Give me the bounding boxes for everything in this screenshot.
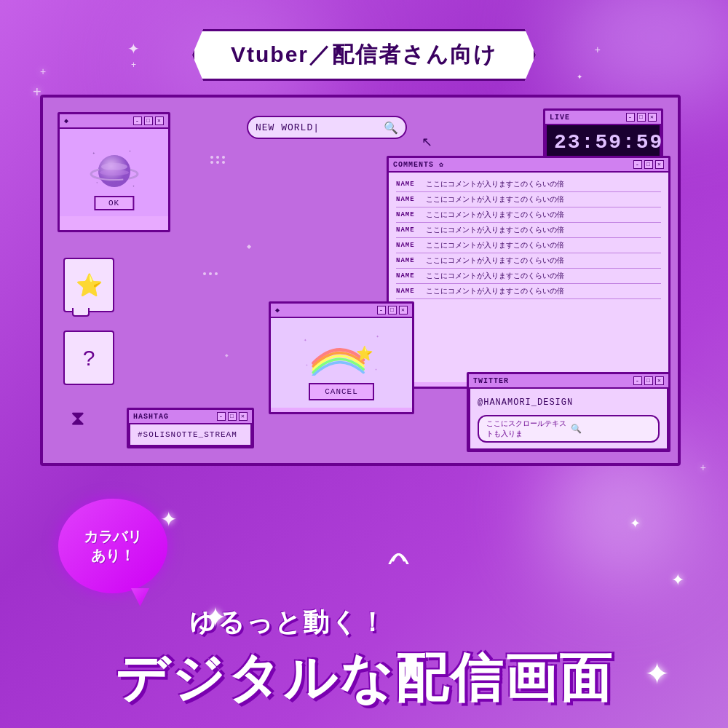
svg-text:✦: ✦ [304, 337, 306, 343]
comment-row: NAMEここにコメントが入りますこのくらいの倍 [396, 223, 661, 238]
deco-dots-2 [203, 272, 218, 275]
svg-text:✦: ✦ [96, 181, 98, 184]
cursor-icon: ↖ [422, 134, 432, 150]
svg-text:+: + [306, 363, 308, 368]
search-icon: 🔍 [384, 121, 398, 135]
shooting-close[interactable]: ✕ [399, 306, 408, 314]
twitter-close[interactable]: ✕ [655, 376, 664, 385]
comments-body: NAMEここにコメントが入りますこのくらいの倍NAMEここにコメントが入りますこ… [389, 173, 668, 382]
comments-minimize[interactable]: - [633, 160, 642, 169]
twitter-window: TWITTER - □ ✕ @HANAMORI_DESIGN ここにスクロールテ… [467, 372, 670, 452]
comment-text: ここにコメントが入りますこのくらいの倍 [426, 210, 564, 220]
live-window-controls: - □ ✕ [626, 113, 657, 122]
comment-text: ここにコメントが入りますこのくらいの倍 [426, 271, 564, 281]
twitter-minimize[interactable]: - [633, 376, 642, 385]
search-bar[interactable]: NEW WORLD| 🔍 [247, 116, 407, 139]
sparkle-8: + [33, 84, 41, 100]
shooting-minimize[interactable]: - [377, 306, 386, 314]
comments-controls: - □ ✕ [633, 160, 664, 169]
live-minimize[interactable]: - [626, 113, 635, 122]
comment-row: NAMEここにコメントが入りますこのくらいの倍 [396, 284, 661, 299]
ok-button[interactable]: OK [94, 196, 134, 210]
comments-window: COMMENTS ✿ - □ ✕ NAMEここにコメントが入りますこのくらいの倍… [387, 156, 670, 389]
bg-orb-1 [546, 0, 728, 109]
comment-name: NAME [396, 242, 422, 249]
sparkle-3: ✦ [204, 601, 227, 633]
hashtag-title: HASHTAG [133, 413, 169, 421]
speech-bubble: カラバリあり！ [58, 499, 167, 593]
tagline-2: デジタルな配信画面 [115, 644, 614, 713]
hourglass-icon: ⧗ [71, 407, 85, 431]
comment-text: ここにコメントが入りますこのくらいの倍 [426, 225, 564, 235]
header-banner-text: Vtuber／配信者さん向け [231, 42, 497, 66]
comment-text: ここにコメントが入りますこのくらいの倍 [426, 179, 564, 189]
planet-window-controls: - □ ✕ [133, 116, 164, 125]
deco-cross-3: + [595, 44, 601, 55]
comment-name: NAME [396, 257, 422, 264]
svg-text:+: + [375, 367, 378, 372]
deco-diamond-1: ◆ [247, 243, 251, 250]
svg-text:✦: ✦ [376, 333, 379, 339]
hashtag-window: HASHTAG - □ ✕ #SOLISNOTTE_STREAM [127, 408, 254, 448]
comments-close[interactable]: ✕ [655, 160, 664, 169]
deco-dots-1 [210, 156, 226, 164]
svg-point-8 [100, 170, 129, 175]
svg-text:✦: ✦ [92, 151, 95, 156]
search-text: NEW WORLD| [256, 122, 378, 133]
planet-window: ◆ - □ ✕ ✦ ✦ ✦ ✦ [58, 112, 170, 232]
svg-point-7 [101, 163, 127, 170]
comment-text: ここにコメントが入りますこのくらいの倍 [426, 256, 564, 266]
live-close[interactable]: ✕ [648, 113, 657, 122]
comment-name: NAME [396, 181, 422, 188]
wifi-icon [386, 542, 495, 569]
comment-row: NAMEここにコメントが入りますこのくらいの倍 [396, 238, 661, 253]
sparkle-6: ✦ [630, 515, 641, 531]
live-maximize[interactable]: □ [637, 113, 646, 122]
twitter-search-icon: 🔍 [571, 424, 652, 435]
comment-row: NAMEここにコメントが入りますこのくらいの倍 [396, 192, 661, 207]
comment-name: NAME [396, 272, 422, 280]
deco-cross-1: ✦ [127, 40, 140, 58]
planet-window-body: ✦ ✦ ✦ ✦ [60, 129, 168, 216]
hashtag-maximize[interactable]: □ [228, 412, 237, 421]
comments-title: COMMENTS ✿ [393, 160, 444, 169]
hashtag-value: #SOLISNOTTE_STREAM [129, 424, 252, 446]
deco-cross-4: ✦ [577, 73, 582, 81]
twitter-scroll-text: ここにスクロールテキストも入りま [486, 419, 567, 439]
sparkle-9: + [700, 462, 706, 473]
shooting-titlebar: ◆ - □ ✕ [271, 304, 412, 318]
svg-text:⭐: ⭐ [356, 345, 373, 363]
twitter-titlebar: TWITTER - □ ✕ [469, 374, 668, 389]
question-icon: ? [83, 346, 95, 371]
hashtag-close[interactable]: ✕ [239, 412, 248, 421]
sparkle-7: + [40, 66, 46, 77]
twitter-controls: - □ ✕ [633, 376, 664, 385]
cancel-button[interactable]: CANCEL [309, 383, 374, 400]
planet-svg: ✦ ✦ ✦ ✦ [85, 143, 143, 202]
hashtag-minimize[interactable]: - [217, 412, 226, 421]
minimize-btn[interactable]: - [133, 116, 142, 125]
shooting-window: ◆ - □ ✕ ✦ ✦ + + [269, 301, 414, 414]
speech-bubble-text: カラバリあり！ [84, 527, 142, 565]
live-window: LIVE - □ ✕ 23:59:59 [543, 108, 663, 163]
maximize-btn[interactable]: □ [144, 116, 153, 125]
shooting-star-svg: ✦ ✦ + + ⭐ [294, 325, 389, 376]
shooting-body: ✦ ✦ + + ⭐ CANCEL [271, 318, 412, 408]
shooting-maximize[interactable]: □ [388, 306, 397, 314]
comment-name: NAME [396, 196, 422, 203]
comment-row: NAMEここにコメントが入りますこのくらいの倍 [396, 269, 661, 284]
planet-window-titlebar: ◆ - □ ✕ [60, 114, 168, 129]
close-btn[interactable]: ✕ [155, 116, 164, 125]
svg-text:✦: ✦ [132, 184, 135, 189]
comments-maximize[interactable]: □ [644, 160, 653, 169]
twitter-maximize[interactable]: □ [644, 376, 653, 385]
deco-cross-2: + [131, 60, 136, 70]
svg-text:✦: ✦ [129, 149, 131, 154]
twitter-search[interactable]: ここにスクロールテキストも入りま 🔍 [478, 415, 660, 443]
star-sticker: ⭐ [63, 258, 114, 312]
twitter-body: @HANAMORI_DESIGN ここにスクロールテキストも入りま 🔍 [469, 389, 668, 450]
twitter-title: TWITTER [473, 377, 509, 385]
planet-window-dot: ◆ [64, 116, 69, 125]
comments-titlebar: COMMENTS ✿ - □ ✕ [389, 158, 668, 173]
question-sticker: ? [63, 331, 114, 385]
